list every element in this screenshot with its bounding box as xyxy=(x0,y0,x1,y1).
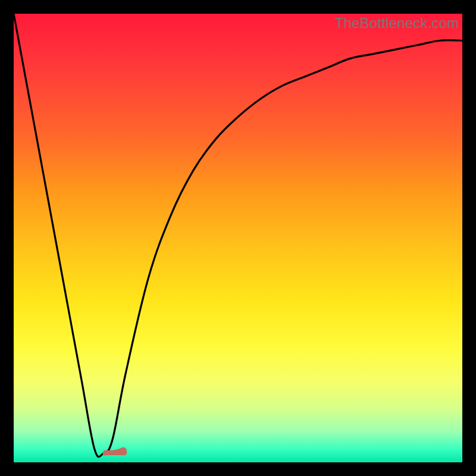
chart-plot-area: TheBottleneck.com xyxy=(14,14,462,462)
bottleneck-curve xyxy=(14,14,462,462)
optimal-range-marker xyxy=(98,441,131,456)
watermark-text: TheBottleneck.com xyxy=(334,15,459,32)
